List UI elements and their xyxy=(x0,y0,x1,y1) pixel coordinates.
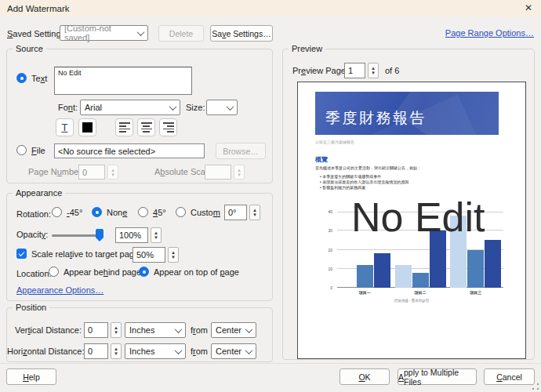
source-file-value: <No source file selected> xyxy=(58,147,155,156)
text-radio[interactable]: Text xyxy=(16,73,47,83)
scale-percent-stepper[interactable] xyxy=(168,247,179,263)
add-watermark-dialog: Add Watermark ✕ Saved Settings: [Custom-… xyxy=(0,0,541,392)
horizontal-from-label: from xyxy=(191,347,208,356)
appearance-options-link[interactable]: Appearance Options… xyxy=(16,285,103,295)
chevron-down-icon xyxy=(169,103,177,111)
position-group: Position Vertical Distance: 0 Inches fro… xyxy=(6,307,273,362)
position-group-title: Position xyxy=(13,303,49,312)
help-button[interactable]: Help xyxy=(6,368,56,385)
preview-page-field[interactable]: 1 xyxy=(344,63,365,78)
delete-button[interactable]: Delete xyxy=(158,25,204,42)
underline-button[interactable]: T xyxy=(56,118,74,136)
horizontal-distance-stepper[interactable] xyxy=(111,343,122,359)
text-radio-label: Text xyxy=(31,74,47,83)
location-radio-behind[interactable]: Appear behind page xyxy=(49,267,141,277)
vertical-anchor-select[interactable]: Center xyxy=(211,322,256,338)
radio-unselected-icon xyxy=(16,145,27,155)
page-number-stepper[interactable] xyxy=(107,165,118,180)
rotation-degrees-stepper[interactable] xyxy=(249,205,260,220)
location-behind-label: Appear behind page xyxy=(64,267,141,277)
font-color-button[interactable] xyxy=(78,118,96,136)
opacity-field[interactable]: 100% xyxy=(115,227,148,243)
browse-button[interactable]: Browse… xyxy=(216,143,266,159)
page-number-field[interactable]: 0 xyxy=(78,165,105,180)
file-radio[interactable]: File xyxy=(16,145,45,155)
vertical-distance-stepper[interactable] xyxy=(111,322,122,338)
ok-button[interactable]: OK xyxy=(339,368,390,385)
document-intro: 首先概述本季度公司的主要活動，突出顯示關鍵公告，例如： xyxy=(315,165,421,170)
rotation-degrees-field[interactable]: 0° xyxy=(224,205,247,220)
vertical-unit-select[interactable]: Inches xyxy=(125,322,186,338)
window-title: Add Watermark xyxy=(7,4,69,13)
preview-group: Preview Preview Page 1 of 6 季度財務報告 公司近三個… xyxy=(282,49,535,360)
rotation-custom-label: Custom xyxy=(191,208,220,217)
chevron-down-icon xyxy=(227,103,234,111)
horizontal-unit-select[interactable]: Inches xyxy=(125,343,186,359)
scale-percent-field[interactable]: 50% xyxy=(133,247,165,263)
font-value: Arial xyxy=(85,103,102,112)
chart-bar-series-light xyxy=(395,265,412,288)
align-center-icon xyxy=(141,122,152,132)
opacity-slider-track[interactable] xyxy=(52,234,103,237)
preview-page-value: 1 xyxy=(348,66,353,75)
chart-bar-series-dark xyxy=(485,240,501,288)
vertical-distance-value: 0 xyxy=(88,325,93,335)
font-select[interactable]: Arial xyxy=(80,100,180,115)
checkbox-checked-icon xyxy=(16,249,27,259)
opacity-slider-handle[interactable] xyxy=(96,229,103,241)
horizontal-distance-field[interactable]: 0 xyxy=(84,343,108,359)
size-select[interactable] xyxy=(206,100,238,115)
scale-relative-checkbox[interactable]: Scale relative to target page xyxy=(16,249,139,259)
color-swatch-icon xyxy=(82,122,93,132)
page-range-options-link[interactable]: Page Range Options… xyxy=(445,28,534,38)
rotation-degrees-value: 0° xyxy=(228,208,237,217)
radio-unselected-icon xyxy=(52,207,62,217)
document-bullet-list: • 本季度發生的關鍵市場趨勢或事件• 表現最佳或最差的收入源以及出現這種情況的原… xyxy=(320,174,408,191)
resize-grip[interactable] xyxy=(532,383,539,390)
opacity-stepper[interactable] xyxy=(151,227,162,243)
vertical-distance-label: Vertical Distance: xyxy=(7,325,82,335)
align-left-button[interactable] xyxy=(115,118,133,136)
document-section-heading: 概覽 xyxy=(315,155,328,164)
footer-divider xyxy=(0,363,541,364)
page-number-label: Page Number: xyxy=(28,167,84,176)
rotation-label: Rotation: xyxy=(16,209,51,219)
rotation-radio-neg45[interactable]: -45° xyxy=(52,207,82,217)
source-file-field[interactable]: <No source file selected> xyxy=(54,143,205,158)
location-radio-on-top[interactable]: Appear on top of page xyxy=(139,267,239,277)
opacity-value: 100% xyxy=(119,230,141,240)
rotation-radio-custom[interactable]: Custom xyxy=(176,207,220,217)
absolute-scale-stepper[interactable] xyxy=(234,165,245,180)
watermark-preview-text: No Edit xyxy=(351,197,485,238)
appearance-group: Appearance Rotation: -45° None 45° Custo… xyxy=(6,193,273,301)
radio-unselected-icon xyxy=(176,207,186,217)
align-center-button[interactable] xyxy=(137,118,155,136)
saved-settings-select[interactable]: [Custom-not saved] xyxy=(60,25,148,41)
font-label: Font: xyxy=(58,103,78,112)
document-banner: 季度財務報告 xyxy=(315,92,499,135)
source-group-title: Source xyxy=(13,44,46,53)
vertical-distance-field[interactable]: 0 xyxy=(84,322,108,338)
apply-to-multiple-files-button[interactable]: Apply to Multiple Files xyxy=(398,368,477,385)
page-number-value: 0 xyxy=(82,168,87,177)
align-right-icon xyxy=(163,122,174,132)
watermark-text-input[interactable]: No Edit xyxy=(54,67,192,95)
preview-group-title: Preview xyxy=(289,44,325,53)
radio-selected-icon xyxy=(92,207,102,217)
absolute-scale-field[interactable] xyxy=(205,165,231,180)
rotation-radio-none[interactable]: None xyxy=(92,207,127,217)
opacity-label: Opacity: xyxy=(16,230,48,239)
rotation-radio-45[interactable]: 45° xyxy=(138,207,166,217)
chart-bar-series-dark xyxy=(374,253,390,288)
chevron-down-icon xyxy=(175,347,183,354)
preview-page-stepper[interactable] xyxy=(368,63,379,78)
rotation-none-label: None xyxy=(107,208,127,217)
radio-selected-icon xyxy=(139,267,149,277)
cancel-button[interactable]: Cancel xyxy=(484,368,535,385)
vertical-anchor-value: Center xyxy=(216,325,241,335)
preview-page: 季度財務報告 公司近三個月業績報告 概覽 首先概述本季度公司的主要活動，突出顯示… xyxy=(297,82,526,359)
save-settings-button[interactable]: Save Settings… xyxy=(210,25,273,42)
close-icon[interactable]: ✕ xyxy=(525,3,532,13)
align-right-button[interactable] xyxy=(159,118,177,136)
horizontal-anchor-select[interactable]: Center xyxy=(211,343,256,359)
